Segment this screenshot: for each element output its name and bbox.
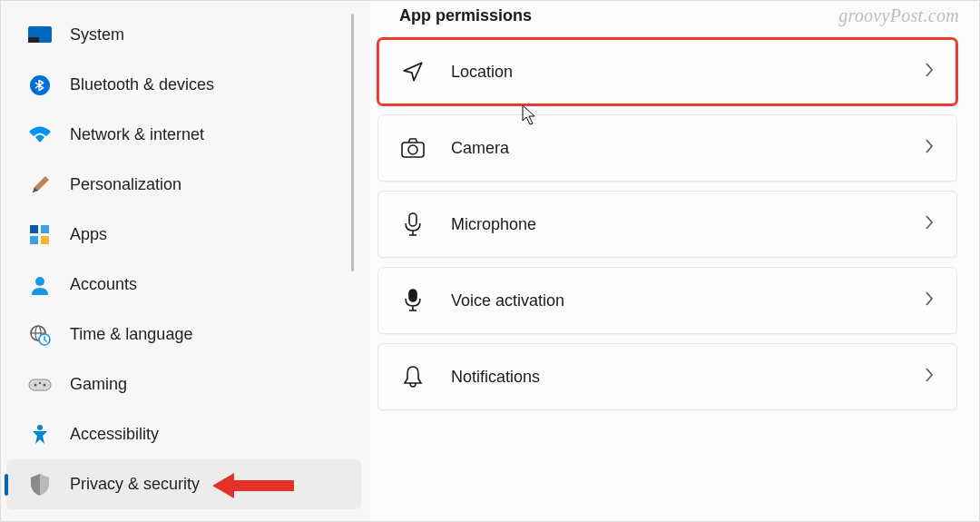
permission-card-notifications[interactable]: Notifications bbox=[377, 343, 957, 410]
svg-rect-6 bbox=[41, 236, 49, 244]
clock-globe-icon bbox=[28, 323, 52, 347]
sidebar-item-label: Accounts bbox=[70, 275, 137, 294]
svg-rect-22 bbox=[409, 290, 416, 301]
svg-rect-19 bbox=[409, 213, 416, 226]
sidebar-item-label: Apps bbox=[70, 225, 107, 244]
sidebar-item-label: Privacy & security bbox=[70, 475, 200, 494]
chevron-right-icon bbox=[924, 214, 935, 234]
location-icon bbox=[400, 59, 426, 84]
svg-point-14 bbox=[44, 383, 46, 386]
sidebar-item-label: Network & internet bbox=[70, 125, 204, 144]
sidebar-item-label: Accessibility bbox=[70, 425, 159, 444]
chevron-right-icon bbox=[924, 291, 935, 310]
card-label: Camera bbox=[451, 139, 924, 158]
system-icon bbox=[28, 24, 52, 47]
card-label: Voice activation bbox=[451, 291, 924, 310]
sidebar-item-label: Time & language bbox=[70, 325, 192, 344]
sidebar-item-accounts[interactable]: Accounts bbox=[1, 260, 370, 310]
person-icon bbox=[28, 273, 52, 297]
svg-rect-4 bbox=[41, 225, 49, 233]
sidebar-item-label: System bbox=[70, 25, 124, 44]
sidebar-item-accessibility[interactable]: Accessibility bbox=[1, 409, 370, 459]
svg-point-15 bbox=[39, 381, 41, 383]
svg-rect-3 bbox=[30, 225, 38, 233]
settings-window: System Bluetooth & devices Network & int… bbox=[0, 0, 980, 522]
chevron-right-icon bbox=[924, 62, 935, 82]
main-panel: groovyPost.com App permissions Location … bbox=[370, 1, 979, 521]
voice-icon bbox=[400, 288, 426, 313]
permission-card-camera[interactable]: Camera bbox=[377, 114, 957, 182]
wifi-icon bbox=[28, 123, 52, 147]
sidebar-item-system[interactable]: System bbox=[1, 10, 370, 60]
microphone-icon bbox=[400, 212, 426, 237]
permission-card-location[interactable]: Location bbox=[377, 38, 957, 105]
svg-point-18 bbox=[408, 145, 417, 154]
svg-point-16 bbox=[37, 425, 43, 430]
bell-icon bbox=[400, 364, 426, 389]
shield-icon bbox=[28, 473, 52, 497]
brush-icon bbox=[28, 173, 52, 197]
svg-rect-1 bbox=[28, 37, 39, 43]
sidebar-item-time-language[interactable]: Time & language bbox=[1, 310, 370, 359]
apps-icon bbox=[28, 223, 52, 247]
bluetooth-icon bbox=[28, 74, 52, 97]
card-label: Notifications bbox=[451, 368, 924, 387]
chevron-right-icon bbox=[924, 138, 935, 158]
sidebar-item-privacy-security[interactable]: Privacy & security bbox=[6, 459, 361, 509]
watermark: groovyPost.com bbox=[838, 5, 959, 26]
permission-card-voice-activation[interactable]: Voice activation bbox=[377, 267, 957, 334]
svg-point-13 bbox=[34, 383, 37, 386]
svg-point-7 bbox=[35, 277, 44, 286]
sidebar-item-label: Bluetooth & devices bbox=[70, 75, 214, 94]
svg-rect-12 bbox=[29, 379, 51, 390]
svg-rect-5 bbox=[30, 236, 38, 244]
chevron-right-icon bbox=[924, 367, 935, 387]
camera-icon bbox=[400, 135, 426, 161]
sidebar-item-label: Gaming bbox=[70, 375, 127, 394]
gamepad-icon bbox=[28, 373, 52, 397]
sidebar-item-apps[interactable]: Apps bbox=[1, 210, 370, 260]
permission-card-microphone[interactable]: Microphone bbox=[377, 191, 957, 258]
card-label: Location bbox=[451, 63, 924, 82]
card-label: Microphone bbox=[451, 215, 924, 234]
accessibility-icon bbox=[28, 423, 52, 447]
sidebar-item-personalization[interactable]: Personalization bbox=[1, 160, 370, 210]
sidebar-item-gaming[interactable]: Gaming bbox=[1, 359, 370, 409]
sidebar: System Bluetooth & devices Network & int… bbox=[1, 1, 370, 521]
sidebar-item-network[interactable]: Network & internet bbox=[1, 110, 370, 160]
sidebar-item-label: Personalization bbox=[70, 175, 181, 194]
sidebar-item-bluetooth[interactable]: Bluetooth & devices bbox=[1, 60, 370, 110]
